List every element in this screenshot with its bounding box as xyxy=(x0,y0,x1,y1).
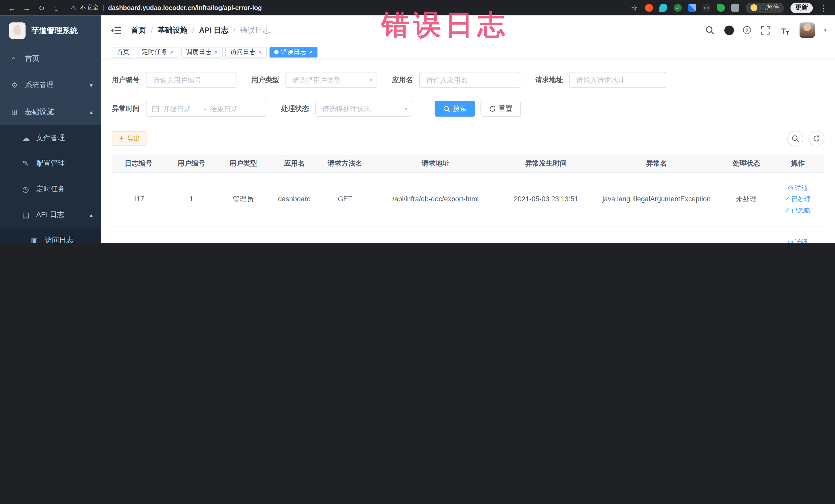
check-icon: ✓ xyxy=(785,207,790,213)
extension-green-check-icon[interactable]: ✓ xyxy=(674,4,682,12)
action-detail-link[interactable]: ◎详细 xyxy=(788,239,808,243)
sidebar-item-infrastructure[interactable]: ⊞基础设施▴ xyxy=(0,99,101,125)
extension-teal-drop-icon[interactable] xyxy=(659,4,667,12)
extension-leaf-icon[interactable] xyxy=(717,4,725,12)
end-date-input[interactable] xyxy=(210,105,247,113)
user-type-select[interactable]: ▾ xyxy=(285,72,377,88)
home-icon: ⌂ xyxy=(11,55,25,63)
browser-home-button[interactable]: ⌂ xyxy=(50,1,63,14)
access-log-icon: ▣ xyxy=(31,236,45,243)
extension-blue-grid-icon[interactable] xyxy=(688,4,696,12)
action-ignored-link[interactable]: ✓已忽略 xyxy=(785,207,811,213)
sidebar-item-label: 基础设施 xyxy=(25,107,54,117)
hamburger-icon[interactable] xyxy=(111,24,123,36)
close-icon[interactable]: × xyxy=(258,48,262,56)
cell-exception: java.lang.IllegalArgumentException xyxy=(591,226,722,243)
tab-error-log[interactable]: 错误日志× xyxy=(269,47,318,58)
cell-user_type: 管理员 xyxy=(218,226,269,243)
chevron-down-icon: ▾ xyxy=(90,82,93,89)
column-header-user_type: 用户类型 xyxy=(218,155,269,172)
breadcrumb-item[interactable]: 基础设施 xyxy=(158,25,187,35)
cell-url: /api/infra/db-doc/export-html xyxy=(370,172,501,226)
breadcrumb: 首页/基础设施/API 日志/错误日志 xyxy=(131,25,270,35)
table-row: 1171管理员dashboardGET/api/infra/db-doc/exp… xyxy=(112,172,824,226)
security-label: 不安全 xyxy=(80,3,99,12)
table-row: 1161管理员dashboardGET/api/infra/db-doc/exp… xyxy=(112,226,824,243)
main-area: 首页/基础设施/API 日志/错误日志 ? TT ▾ 首页定时任务×调度日志×访… xyxy=(101,15,835,243)
forward-button[interactable]: → xyxy=(20,1,33,14)
sidebar-item-config-management[interactable]: ✎配置管理 xyxy=(0,151,101,176)
calendar-icon xyxy=(152,105,159,113)
cell-status: 未处理 xyxy=(722,172,771,226)
paused-badge[interactable]: 已暂停 xyxy=(746,2,784,13)
tab-scheduled-jobs[interactable]: 定时任务× xyxy=(137,47,178,58)
bookmark-star-icon[interactable]: ☆ xyxy=(628,1,641,14)
github-icon[interactable] xyxy=(725,25,734,35)
sidebar-item-api-logs[interactable]: ▤API 日志▴ xyxy=(0,202,101,227)
chevron-up-icon: ▴ xyxy=(90,108,93,115)
back-button[interactable]: ← xyxy=(5,1,18,14)
toggle-search-button[interactable] xyxy=(787,130,803,146)
request-url-input[interactable] xyxy=(569,72,666,88)
extensions-puzzle-icon[interactable] xyxy=(731,4,739,12)
breadcrumb-item[interactable]: 首页 xyxy=(131,25,146,35)
tab-schedule-log[interactable]: 调度日志× xyxy=(181,47,223,58)
exception-time-range-picker[interactable]: - xyxy=(146,101,266,117)
action-processed-link[interactable]: ✓已处理 xyxy=(785,196,811,202)
export-button[interactable]: 导出 xyxy=(112,131,147,146)
sidebar-item-home[interactable]: ⌂首页 xyxy=(0,45,101,72)
column-header-status: 处理状态 xyxy=(722,155,771,172)
start-date-input[interactable] xyxy=(163,105,200,113)
chevron-down-icon[interactable]: ▾ xyxy=(824,27,827,33)
user-avatar[interactable] xyxy=(799,22,815,38)
reload-button[interactable]: ↻ xyxy=(35,1,48,14)
app-name-input[interactable] xyxy=(419,72,520,88)
table-header-row: 日志编号用户编号用户类型应用名请求方法名请求地址异常发生时间异常名处理状态操作 xyxy=(112,155,824,172)
search-button-label: 搜索 xyxy=(453,104,467,114)
help-icon[interactable]: ? xyxy=(743,26,751,34)
sidebar-item-system-management[interactable]: ⚙系统管理▾ xyxy=(0,72,101,99)
process-status-select-input[interactable] xyxy=(315,101,412,117)
tab-home[interactable]: 首页 xyxy=(112,47,134,58)
font-size-icon[interactable]: TT xyxy=(780,25,791,36)
sidebar-item-access-log[interactable]: ▣访问日志 xyxy=(0,227,101,243)
search-icon[interactable] xyxy=(705,25,715,36)
cell-status: 未处理 xyxy=(722,226,771,243)
browser-menu-icon[interactable]: ⋮ xyxy=(817,1,830,14)
user-id-input[interactable] xyxy=(146,72,237,88)
action-detail-link[interactable]: ◎详细 xyxy=(788,185,808,191)
sidebar-item-label: 文件管理 xyxy=(36,133,65,143)
fullscreen-icon[interactable] xyxy=(760,25,771,36)
app-title: 芋道管理系统 xyxy=(31,25,78,36)
tab-label: 访问日志 xyxy=(230,47,256,57)
sidebar-item-file-management[interactable]: ☁文件管理 xyxy=(0,125,101,151)
refresh-button[interactable] xyxy=(809,130,824,146)
breadcrumb-item[interactable]: API 日志 xyxy=(199,25,229,35)
emoji-icon xyxy=(751,4,757,11)
tab-label: 错误日志 xyxy=(281,47,306,57)
column-header-user_id: 用户编号 xyxy=(165,155,218,172)
close-icon[interactable]: × xyxy=(309,48,313,56)
address-bar[interactable]: ⚠ 不安全 | dashboard.yudao.iocoder.cn/infra… xyxy=(65,3,626,12)
sidebar-item-label: 首页 xyxy=(25,54,40,63)
extension-on-badge-icon[interactable]: on xyxy=(702,4,711,12)
update-button[interactable]: 更新 xyxy=(790,2,813,13)
reset-button[interactable]: 重置 xyxy=(481,101,521,117)
close-icon[interactable]: × xyxy=(170,48,174,56)
user-type-select-input[interactable] xyxy=(285,72,377,88)
cell-method: GET xyxy=(320,172,370,226)
close-icon[interactable]: × xyxy=(214,48,218,56)
breadcrumb-separator: / xyxy=(233,26,236,35)
content: 用户编号 用户类型 ▾ 应用名 请 xyxy=(101,59,835,243)
sidebar-item-label: API 日志 xyxy=(36,210,64,220)
process-status-select[interactable]: ▾ xyxy=(315,101,412,117)
extension-orange-icon[interactable] xyxy=(645,4,653,12)
header-actions: ? TT ▾ xyxy=(705,22,827,38)
tab-access-log[interactable]: 访问日志× xyxy=(225,47,267,58)
sidebar: 芋道管理系统 ⌂首页⚙系统管理▾⊞基础设施▴☁文件管理✎配置管理◷定时任务▤AP… xyxy=(0,15,101,243)
address-separator: | xyxy=(103,4,104,12)
cell-time: 2021-05-03 12:02:31 xyxy=(501,226,591,243)
search-button[interactable]: 搜索 xyxy=(434,101,475,117)
sidebar-item-scheduled-jobs[interactable]: ◷定时任务 xyxy=(0,176,101,202)
active-tab-dot xyxy=(274,50,279,54)
